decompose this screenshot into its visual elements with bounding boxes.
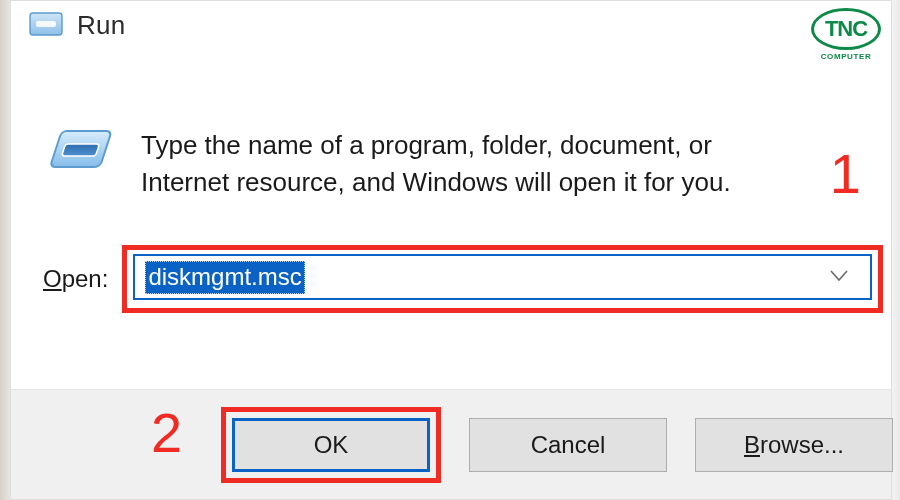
browse-button[interactable]: Browse...	[695, 418, 893, 472]
open-combobox[interactable]: diskmgmt.msc	[133, 254, 872, 300]
title-text: Run	[77, 10, 125, 41]
open-row: Open: diskmgmt.msc	[43, 245, 883, 313]
run-titlebar-icon	[29, 10, 63, 40]
annotation-highlight-2: OK	[221, 407, 441, 483]
watermark-subtext: COMPUTER	[821, 52, 872, 61]
cancel-button[interactable]: Cancel	[469, 418, 667, 472]
annotation-highlight-1: diskmgmt.msc	[122, 245, 883, 313]
svg-rect-1	[36, 21, 56, 27]
svg-rect-3	[62, 144, 100, 156]
run-body-icon	[43, 127, 113, 177]
backdrop-right	[892, 0, 900, 500]
dialog-body: Type the name of a program, folder, docu…	[11, 49, 891, 201]
watermark-badge: TNC COMPUTER	[810, 8, 882, 61]
titlebar: Run	[11, 1, 891, 49]
button-strip: OK Cancel Browse...	[11, 389, 891, 499]
chevron-down-icon[interactable]	[830, 268, 848, 286]
open-input-value[interactable]: diskmgmt.msc	[145, 261, 304, 294]
run-dialog: Run Type	[10, 0, 892, 500]
watermark-logo: TNC	[811, 8, 881, 50]
instruction-text: Type the name of a program, folder, docu…	[141, 127, 781, 201]
ok-button[interactable]: OK	[232, 418, 430, 472]
annotation-number-1: 1	[830, 141, 861, 206]
annotation-number-2: 2	[151, 400, 182, 465]
open-label: Open:	[43, 265, 108, 293]
